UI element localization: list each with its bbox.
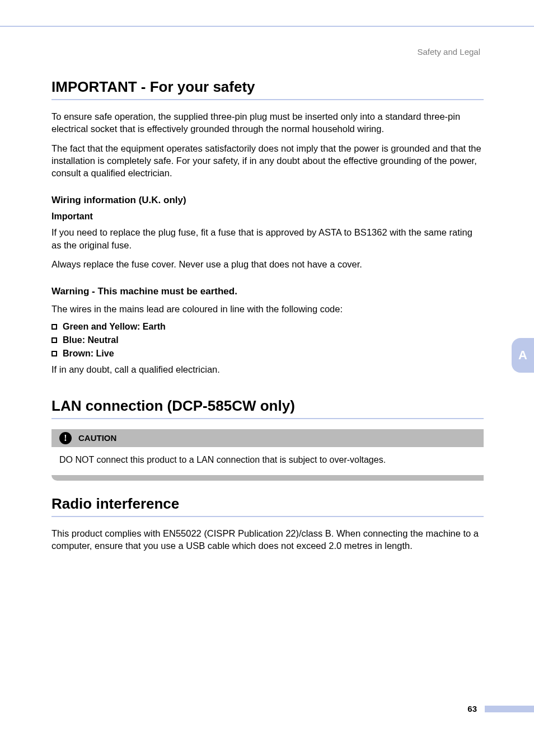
paragraph: Always replace the fuse cover. Never use… — [51, 258, 484, 270]
section-tab: A — [512, 338, 534, 373]
section-title-lan: LAN connection (DCP-585CW only) — [51, 397, 484, 419]
subheading-wiring: Wiring information (U.K. only) — [51, 195, 484, 206]
section-title-safety: IMPORTANT - For your safety — [51, 78, 484, 100]
square-bullet-icon — [51, 324, 57, 330]
section-title-radio: Radio interference — [51, 495, 484, 517]
paragraph: The wires in the mains lead are coloured… — [51, 303, 484, 315]
square-bullet-icon — [51, 351, 57, 356]
content-area: IMPORTANT - For your safety To ensure sa… — [51, 78, 484, 558]
list-item-text: Green and Yellow: Earth — [63, 322, 166, 332]
list-item: Brown: Live — [51, 349, 484, 359]
square-bullet-icon — [51, 337, 57, 343]
list-item: Blue: Neutral — [51, 335, 484, 345]
caution-body: DO NOT connect this product to a LAN con… — [51, 447, 484, 475]
list-item-text: Brown: Live — [63, 349, 114, 359]
caution-footer-bar — [51, 475, 484, 481]
subheading-warning: Warning - This machine must be earthed. — [51, 286, 484, 297]
exclamation-icon: ! — [64, 434, 67, 443]
page-number: 63 — [467, 704, 477, 713]
paragraph: This product complies with EN55022 (CISP… — [51, 527, 484, 552]
label-important: Important — [51, 212, 484, 222]
caution-label: CAUTION — [78, 433, 116, 443]
section-tab-letter: A — [518, 348, 527, 363]
header-breadcrumb: Safety and Legal — [417, 47, 480, 57]
caution-icon: ! — [59, 432, 72, 444]
page-container: Safety and Legal A IMPORTANT - For your … — [0, 0, 534, 756]
paragraph: If you need to replace the plug fuse, fi… — [51, 226, 484, 251]
paragraph: To ensure safe operation, the supplied t… — [51, 110, 484, 135]
bullet-list: Green and Yellow: Earth Blue: Neutral Br… — [51, 322, 484, 359]
top-rule — [0, 26, 534, 27]
page-number-bar — [485, 706, 534, 712]
paragraph: The fact that the equipment operates sat… — [51, 142, 484, 180]
caution-header: ! CAUTION — [51, 429, 484, 447]
list-item: Green and Yellow: Earth — [51, 322, 484, 332]
list-item-text: Blue: Neutral — [63, 335, 119, 345]
paragraph: If in any doubt, call a qualified electr… — [51, 363, 484, 375]
